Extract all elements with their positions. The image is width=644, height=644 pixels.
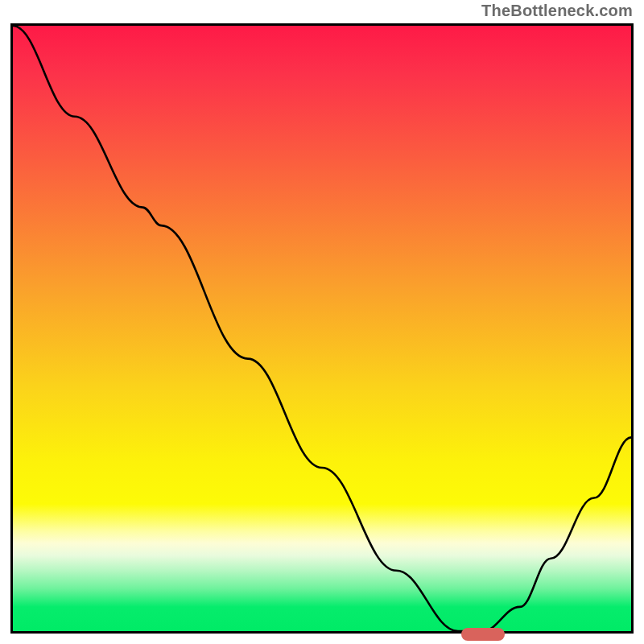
plot-area — [10, 23, 634, 634]
optimal-marker — [461, 628, 505, 641]
curve-path — [13, 26, 631, 631]
bottleneck-curve — [13, 26, 631, 631]
watermark-text: TheBottleneck.com — [481, 2, 633, 20]
